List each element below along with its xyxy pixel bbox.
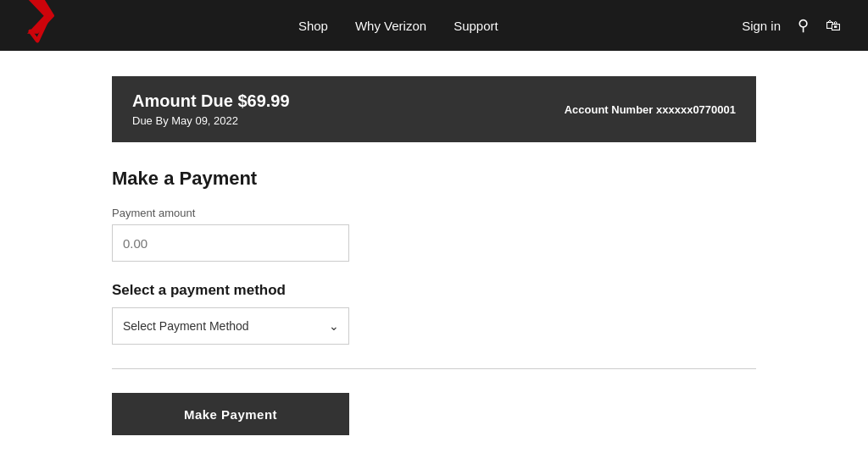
payment-amount-input[interactable] bbox=[112, 224, 349, 262]
nav-why-verizon[interactable]: Why Verizon bbox=[355, 19, 426, 33]
main-content: Amount Due $69.99 Due By May 09, 2022 Ac… bbox=[95, 51, 773, 453]
nav-links: Shop Why Verizon Support bbox=[298, 19, 498, 33]
cart-icon[interactable]: 🛍 bbox=[826, 17, 841, 35]
payment-amount-group: Payment amount bbox=[112, 207, 756, 262]
due-date: Due By May 09, 2022 bbox=[132, 114, 290, 127]
amount-banner: Amount Due $69.99 Due By May 09, 2022 Ac… bbox=[112, 76, 756, 142]
nav-shop[interactable]: Shop bbox=[298, 19, 328, 33]
nav-logo[interactable] bbox=[27, 0, 54, 52]
payment-method-label: Select a payment method bbox=[112, 282, 756, 299]
make-payment-button[interactable]: Make Payment bbox=[112, 393, 349, 435]
account-prefix: Account Number bbox=[565, 103, 656, 116]
account-number: Account Number xxxxxx0770001 bbox=[565, 103, 736, 116]
banner-left: Amount Due $69.99 Due By May 09, 2022 bbox=[132, 91, 290, 127]
nav-support[interactable]: Support bbox=[453, 19, 498, 33]
nav-right: Sign in ⚲ 🛍 bbox=[742, 16, 841, 35]
amount-due-title: Amount Due $69.99 bbox=[132, 91, 290, 111]
page-title: Make a Payment bbox=[112, 168, 756, 190]
payment-method-wrapper: Select Payment Method ⌄ bbox=[112, 307, 349, 345]
search-icon[interactable]: ⚲ bbox=[798, 16, 809, 35]
payment-amount-label: Payment amount bbox=[112, 207, 756, 219]
payment-method-group: Select a payment method Select Payment M… bbox=[112, 282, 756, 345]
divider bbox=[112, 368, 756, 369]
payment-method-select[interactable]: Select Payment Method bbox=[112, 307, 349, 345]
navbar: Shop Why Verizon Support Sign in ⚲ 🛍 bbox=[0, 0, 868, 51]
sign-in-link[interactable]: Sign in bbox=[742, 19, 781, 33]
account-number-value: xxxxxx0770001 bbox=[656, 103, 736, 116]
